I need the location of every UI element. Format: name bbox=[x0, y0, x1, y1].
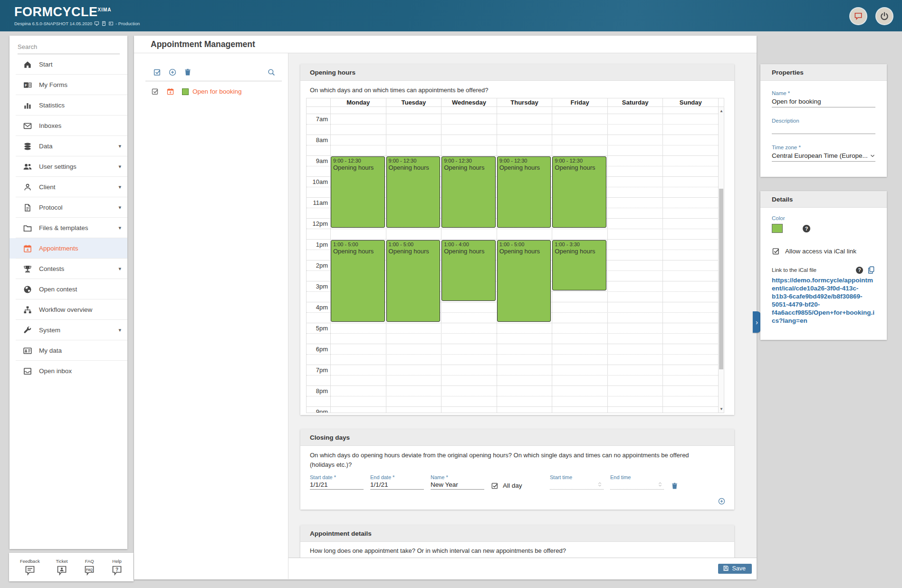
scrollbar-up-arrow[interactable]: ▲ bbox=[719, 108, 724, 114]
sidebar-item-statistics[interactable]: Statistics bbox=[10, 95, 127, 116]
event-time: 9:00 - 12:30 bbox=[389, 157, 438, 164]
opening-hours-event[interactable]: 9:00 - 12:30Opening hours bbox=[331, 156, 385, 228]
list-search-icon[interactable] bbox=[267, 68, 276, 77]
hour-label: 4pm bbox=[307, 304, 328, 311]
sidebar-item-user-settings[interactable]: User settings▾ bbox=[10, 156, 127, 177]
sidebar-item-data[interactable]: Data▾ bbox=[10, 136, 127, 156]
sidebar-footer-faq[interactable]: FAQFAQ bbox=[84, 559, 95, 576]
sidebar-item-open-contest[interactable]: Open contest bbox=[10, 279, 127, 299]
appointment-details-question: How long does one appointment take? Or i… bbox=[310, 547, 725, 554]
calendar-scrollbar[interactable]: ▲ ▼ bbox=[718, 107, 724, 413]
end-date-field[interactable]: End date * 1/1/21 bbox=[370, 474, 424, 490]
all-day-field[interactable]: All day bbox=[491, 474, 543, 490]
event-time: 1:00 - 4:00 bbox=[444, 241, 493, 248]
property-name-label: Name * bbox=[772, 90, 875, 96]
feedback-chat-button[interactable] bbox=[850, 8, 866, 24]
item-checkbox[interactable] bbox=[151, 87, 159, 96]
color-swatch[interactable] bbox=[772, 224, 783, 233]
end-date-input[interactable]: 1/1/21 bbox=[370, 481, 424, 490]
footer-item-label: Ticket bbox=[56, 559, 67, 564]
opening-hours-panel: Opening hours On which days and on which… bbox=[300, 64, 734, 415]
time-spinner-icon[interactable] bbox=[657, 481, 663, 488]
start-time-input[interactable] bbox=[550, 481, 604, 490]
sidebar-item-appointments[interactable]: 4Appointments bbox=[10, 238, 127, 259]
delete-appointment-button[interactable] bbox=[183, 68, 192, 77]
opening-hours-event[interactable]: 1:00 - 3:30Opening hours bbox=[552, 240, 606, 290]
start-time-field[interactable]: Start time bbox=[550, 474, 604, 490]
calendar-grid[interactable]: 7am8am9am10am11am12pm1pm2pm3pm4pm5pm6pm7… bbox=[307, 114, 724, 413]
logo-brand-sup: XIMA bbox=[98, 7, 112, 12]
timezone-select[interactable]: Central European Time (Europe... bbox=[772, 150, 875, 162]
sidebar-item-client[interactable]: Client▾ bbox=[10, 177, 127, 197]
property-description-input[interactable] bbox=[772, 124, 875, 134]
delete-closing-day-button[interactable] bbox=[671, 482, 679, 490]
event-time: 9:00 - 12:30 bbox=[555, 157, 604, 164]
sidebar-footer-help[interactable]: Help? bbox=[111, 559, 123, 576]
day-column-monday[interactable]: 9:00 - 12:30Opening hours1:00 - 5:00Open… bbox=[330, 114, 386, 413]
copy-link-icon[interactable] bbox=[867, 266, 875, 274]
day-column-saturday[interactable] bbox=[607, 114, 663, 413]
hour-label: 8pm bbox=[307, 387, 328, 395]
sidebar-item-inboxes[interactable]: Inboxes bbox=[10, 116, 127, 136]
opening-hours-event[interactable]: 1:00 - 4:00Opening hours bbox=[441, 240, 496, 301]
ical-access-checkbox[interactable] bbox=[772, 247, 780, 255]
search-input[interactable] bbox=[18, 43, 120, 50]
properties-header: Properties bbox=[760, 64, 887, 81]
document-icon bbox=[23, 203, 32, 212]
start-date-label: Start date * bbox=[310, 474, 364, 481]
name-input[interactable]: New Year bbox=[431, 481, 484, 490]
all-day-checkbox[interactable] bbox=[491, 482, 499, 490]
end-time-field[interactable]: End time bbox=[610, 474, 664, 490]
event-time: 1:00 - 5:00 bbox=[389, 241, 438, 248]
start-date-field[interactable]: Start date * 1/1/21 bbox=[310, 474, 364, 490]
sidebar-item-start[interactable]: Start bbox=[10, 54, 127, 75]
add-appointment-button[interactable] bbox=[168, 68, 177, 77]
sidebar-item-protocol[interactable]: Protocol▾ bbox=[10, 197, 127, 218]
sidebar-footer-ticket[interactable]: Ticket bbox=[56, 559, 67, 576]
opening-hours-event[interactable]: 9:00 - 12:30Opening hours bbox=[386, 156, 441, 228]
color-help-icon[interactable]: ? bbox=[803, 225, 810, 232]
sidebar-item-label: Workflow overview bbox=[39, 306, 92, 313]
day-column-wednesday[interactable]: 9:00 - 12:30Opening hours1:00 - 4:00Open… bbox=[441, 114, 497, 413]
day-column-friday[interactable]: 9:00 - 12:30Opening hours1:00 - 3:30Open… bbox=[552, 114, 607, 413]
appointment-list-item[interactable]: 4 Open for booking bbox=[151, 87, 283, 96]
ical-help-icon[interactable]: ? bbox=[856, 267, 863, 274]
sidebar-item-system[interactable]: System▾ bbox=[10, 320, 127, 340]
day-column-tuesday[interactable]: 9:00 - 12:30Opening hours1:00 - 5:00Open… bbox=[386, 114, 441, 413]
day-column-thursday[interactable]: 9:00 - 12:30Opening hours1:00 - 5:00Open… bbox=[497, 114, 552, 413]
sidebar-item-my-data[interactable]: My data bbox=[10, 340, 127, 361]
ical-url-link[interactable]: https://demo.formcycle/appointment/ical/… bbox=[772, 276, 875, 325]
closing-day-row: Start date * 1/1/21 End date * 1/1/21 Na… bbox=[310, 474, 725, 490]
save-button[interactable]: Save bbox=[718, 564, 752, 574]
scrollbar-down-arrow[interactable]: ▼ bbox=[719, 406, 724, 412]
sidebar-item-files-templates[interactable]: Files & templates▾ bbox=[10, 218, 127, 238]
name-field[interactable]: Name * New Year bbox=[431, 474, 484, 490]
sidebar-item-contests[interactable]: Contests▾ bbox=[10, 259, 127, 279]
scrollbar-thumb[interactable] bbox=[719, 189, 723, 369]
opening-hours-event[interactable]: 1:00 - 5:00Opening hours bbox=[497, 240, 551, 322]
end-time-input[interactable] bbox=[610, 481, 664, 490]
start-date-input[interactable]: 1/1/21 bbox=[310, 481, 364, 490]
hour-label: 1pm bbox=[307, 241, 328, 248]
sidebar-item-workflow-overview[interactable]: Workflow overview bbox=[10, 299, 127, 320]
opening-hours-event[interactable]: 9:00 - 12:30Opening hours bbox=[497, 156, 551, 228]
property-name-input[interactable]: Open for booking bbox=[772, 96, 875, 107]
expand-panel-tab[interactable]: › bbox=[753, 311, 761, 333]
select-all-checkbox[interactable] bbox=[153, 68, 162, 77]
appointment-details-header: Appointment details bbox=[300, 525, 734, 542]
time-spinner-icon[interactable] bbox=[597, 481, 603, 488]
opening-hours-event[interactable]: 9:00 - 12:30Opening hours bbox=[441, 156, 496, 228]
opening-hours-event[interactable]: 9:00 - 12:30Opening hours bbox=[552, 156, 606, 228]
ical-access-label: Allow access via iCal link bbox=[785, 248, 856, 255]
opening-hours-event[interactable]: 1:00 - 5:00Opening hours bbox=[386, 240, 441, 322]
sidebar-item-open-inbox[interactable]: Open inbox bbox=[10, 361, 127, 381]
sidebar-item-label: Start bbox=[39, 61, 53, 68]
opening-hours-event[interactable]: 1:00 - 5:00Opening hours bbox=[331, 240, 385, 322]
end-time-label: End time bbox=[610, 474, 664, 481]
logout-button[interactable] bbox=[876, 8, 892, 24]
sidebar-footer-feedback[interactable]: Feedback bbox=[20, 559, 40, 576]
sidebar-item-label: Open contest bbox=[39, 286, 77, 293]
add-closing-day-button[interactable] bbox=[718, 497, 726, 505]
day-column-sunday[interactable] bbox=[662, 114, 718, 413]
sidebar-item-my-forms[interactable]: FMy Forms bbox=[10, 75, 127, 95]
